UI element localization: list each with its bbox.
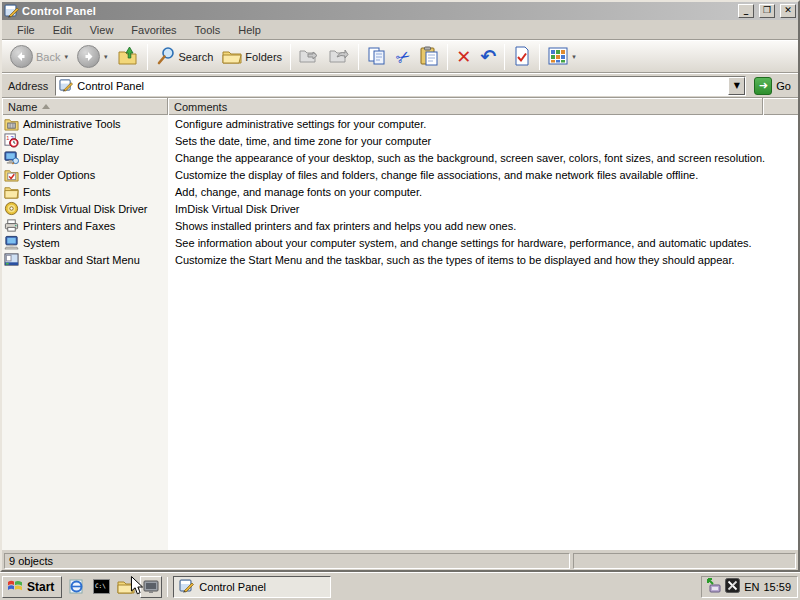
paste-icon [419, 46, 439, 68]
folder-options-icon [4, 167, 19, 182]
toolbar: Back ▾ ▾ Search Folders ✂ [2, 40, 798, 73]
back-dropdown-icon[interactable]: ▾ [64, 53, 68, 61]
menu-tools[interactable]: Tools [186, 22, 230, 38]
menu-help[interactable]: Help [229, 22, 270, 38]
quick-launch-folder[interactable] [115, 576, 137, 598]
control-panel-window: Control Panel _ ❐ ✕ File Edit View Favor… [0, 0, 800, 572]
search-button[interactable]: Search [152, 42, 218, 72]
control-panel-icon [4, 3, 19, 20]
folders-icon [222, 46, 242, 68]
control-panel-icon [59, 78, 73, 94]
fonts-folder-icon [4, 184, 19, 199]
up-button[interactable] [113, 42, 143, 72]
quick-launch-internet-explorer[interactable] [65, 576, 87, 598]
window-title: Control Panel [22, 5, 733, 17]
views-grid-icon [548, 46, 568, 68]
list-item[interactable]: Fonts Add, change, and manage fonts on y… [2, 183, 798, 200]
title-bar[interactable]: Control Panel _ ❐ ✕ [2, 2, 798, 20]
list-item[interactable]: 12Date/Time Sets the date, time, and tim… [2, 132, 798, 149]
views-dropdown-icon[interactable]: ▾ [572, 53, 576, 61]
address-label: Address [5, 80, 51, 92]
sort-ascending-icon [42, 104, 50, 109]
address-dropdown-button[interactable]: ▼ [728, 77, 745, 95]
column-header-name[interactable]: Name [2, 98, 168, 115]
tray-utility-tools-icon[interactable] [725, 578, 740, 595]
back-button[interactable]: Back ▾ [6, 42, 72, 72]
command-prompt-icon: C:\ [93, 579, 110, 594]
folder-icon [117, 579, 135, 594]
list-item[interactable]: Taskbar and Start Menu Customize the Sta… [2, 251, 798, 268]
search-icon [156, 46, 176, 68]
list-item[interactable]: Administrative Tools Configure administr… [2, 115, 798, 132]
address-value: Control Panel [77, 80, 144, 92]
menu-bar: File Edit View Favorites Tools Help [2, 20, 798, 40]
task-button-label: Control Panel [199, 581, 266, 593]
undo-button[interactable]: ↶ [476, 42, 500, 72]
move-to-icon [299, 46, 320, 68]
list-item[interactable]: Display Change the appearance of your de… [2, 149, 798, 166]
move-to-button[interactable] [295, 42, 324, 72]
address-combobox[interactable]: Control Panel ▼ [55, 76, 746, 96]
list-item[interactable]: ImDisk Virtual Disk Driver ImDisk Virtua… [2, 200, 798, 217]
copy-to-button[interactable] [325, 42, 354, 72]
forward-dropdown-icon[interactable]: ▾ [104, 53, 108, 61]
system-icon [4, 235, 19, 250]
status-object-count: 9 objects [4, 553, 570, 569]
status-bar: 9 objects [2, 550, 798, 570]
language-indicator[interactable]: EN [744, 581, 759, 593]
go-button[interactable]: ➜ Go [750, 77, 795, 95]
menu-favorites[interactable]: Favorites [122, 22, 185, 38]
svg-text:1: 1 [6, 135, 9, 141]
delete-button[interactable]: ✕ [452, 42, 475, 72]
printer-icon [4, 218, 19, 233]
back-label: Back [36, 51, 60, 63]
date-time-icon: 12 [4, 133, 19, 148]
toolbar-separator [447, 44, 448, 70]
folders-button[interactable]: Folders [218, 42, 286, 72]
safely-remove-hardware-icon[interactable] [706, 578, 721, 595]
file-list-view: Name Comments Administrative Tools Confi… [2, 98, 798, 550]
minimize-button[interactable]: _ [738, 4, 754, 18]
copy-button[interactable] [363, 42, 391, 72]
back-arrow-icon [10, 45, 33, 68]
go-label: Go [776, 80, 791, 92]
cut-button[interactable]: ✂ [392, 42, 414, 72]
list-item[interactable]: Folder Options Customize the display of … [2, 166, 798, 183]
menu-edit[interactable]: Edit [44, 22, 81, 38]
toolbar-separator [539, 44, 540, 70]
windows-logo-icon [7, 578, 23, 595]
forward-button[interactable]: ▾ [73, 42, 112, 72]
restore-button[interactable]: ❐ [759, 4, 775, 18]
quick-launch-command-prompt[interactable]: C:\ [90, 576, 112, 598]
task-button-control-panel[interactable]: Control Panel [173, 576, 331, 598]
internet-explorer-icon [68, 578, 85, 595]
display-icon [4, 150, 19, 165]
address-bar: Address Control Panel ▼ ➜ Go [2, 73, 798, 98]
copy-to-icon [329, 46, 350, 68]
menu-file[interactable]: File [8, 22, 44, 38]
taskbar: Start C:\ Control Panel EN 15:59 [0, 572, 800, 600]
forward-arrow-icon [77, 45, 100, 68]
clock[interactable]: 15:59 [763, 581, 791, 593]
toolbar-separator [358, 44, 359, 70]
list-item[interactable]: Printers and Faxes Shows installed print… [2, 217, 798, 234]
views-button[interactable]: ▾ [544, 42, 580, 72]
column-header-filler [763, 98, 798, 115]
column-header-comments[interactable]: Comments [168, 98, 763, 115]
go-arrow-icon: ➜ [754, 77, 772, 95]
menu-view[interactable]: View [81, 22, 123, 38]
quick-launch-show-desktop[interactable] [140, 576, 162, 598]
toolbar-separator [504, 44, 505, 70]
taskbar-separator [167, 577, 168, 597]
status-panel-right [573, 553, 796, 569]
list-item[interactable]: System See information about your comput… [2, 234, 798, 251]
toolbar-separator [147, 44, 148, 70]
start-button[interactable]: Start [2, 576, 62, 598]
delete-icon: ✕ [456, 46, 471, 67]
paste-button[interactable] [415, 42, 443, 72]
properties-check-button[interactable] [509, 42, 535, 72]
list-area: Administrative Tools Configure administr… [2, 115, 798, 550]
close-button[interactable]: ✕ [780, 4, 796, 18]
administrative-tools-icon [4, 116, 19, 131]
document-check-icon [513, 46, 531, 68]
